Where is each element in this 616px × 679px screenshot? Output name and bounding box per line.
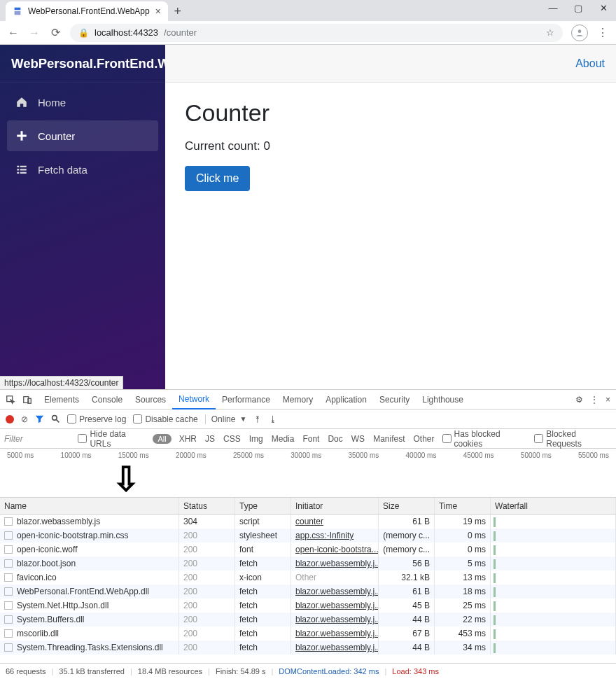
browser-tab[interactable]: WebPersonal.FrontEnd.WebApp × xyxy=(6,1,168,21)
devtools-close-icon[interactable]: × xyxy=(604,395,612,405)
throttling-select[interactable]: Online ▼ xyxy=(205,414,247,424)
cell-time: 25 ms xyxy=(435,598,491,612)
cell-type: fetch xyxy=(235,626,291,640)
filter-type-other[interactable]: Other xyxy=(412,434,437,444)
profile-avatar[interactable] xyxy=(571,24,588,41)
blocked-cookies-checkbox[interactable]: Has blocked cookies xyxy=(442,429,529,449)
reload-icon[interactable]: ⟳ xyxy=(49,26,62,39)
clear-icon[interactable]: ⊘ xyxy=(21,414,28,424)
filter-type-xhr[interactable]: XHR xyxy=(177,434,199,444)
cell-initiator[interactable]: blazor.webassembly.j... xyxy=(291,584,379,598)
download-har-icon[interactable]: ⭳ xyxy=(269,414,277,424)
search-icon[interactable] xyxy=(51,414,60,424)
cell-initiator[interactable]: blazor.webassembly.j... xyxy=(291,556,379,570)
click-me-button[interactable]: Click me xyxy=(185,166,250,191)
cell-initiator[interactable]: blazor.webassembly.j... xyxy=(291,612,379,626)
back-icon[interactable]: ← xyxy=(7,27,20,39)
inspect-icon[interactable] xyxy=(4,395,17,405)
devtools-tab-memory[interactable]: Memory xyxy=(276,390,319,410)
devtools-tab-lighthouse[interactable]: Lighthouse xyxy=(416,390,470,410)
column-header-waterfall[interactable]: Waterfall xyxy=(491,498,616,514)
column-header-time[interactable]: Time xyxy=(435,498,491,514)
device-icon[interactable] xyxy=(21,395,34,405)
cell-initiator[interactable]: blazor.webassembly.j... xyxy=(291,640,379,654)
network-row[interactable]: mscorlib.dll200fetchblazor.webassembly.j… xyxy=(0,626,616,640)
cell-initiator[interactable]: Other xyxy=(291,570,379,584)
devtools-tab-security[interactable]: Security xyxy=(373,390,416,410)
cell-initiator[interactable]: blazor.webassembly.j... xyxy=(291,598,379,612)
column-header-name[interactable]: Name xyxy=(0,498,179,514)
filter-type-js[interactable]: JS xyxy=(203,434,217,444)
devtools-tab-network[interactable]: Network xyxy=(172,390,216,410)
about-link[interactable]: About xyxy=(575,57,605,70)
tab-close-icon[interactable]: × xyxy=(155,6,161,17)
cell-name: System.Net.Http.Json.dll xyxy=(0,598,179,612)
filter-type-doc[interactable]: Doc xyxy=(326,434,344,444)
column-header-size[interactable]: Size xyxy=(379,498,435,514)
settings-gear-icon[interactable]: ⚙ xyxy=(574,395,584,405)
cell-waterfall xyxy=(491,626,616,640)
svg-point-2 xyxy=(578,29,582,33)
cell-size: 45 B xyxy=(379,598,435,612)
filter-type-manifest[interactable]: Manifest xyxy=(371,434,407,444)
record-icon[interactable] xyxy=(6,415,14,424)
cell-initiator[interactable]: open-iconic-bootstra... xyxy=(291,542,379,556)
filter-all-pill[interactable]: All xyxy=(153,434,171,444)
network-timeline[interactable]: 5000 ms10000 ms15000 ms20000 ms25000 ms3… xyxy=(0,449,616,498)
timeline-tick: 25000 ms xyxy=(233,451,264,459)
network-row[interactable]: System.Threading.Tasks.Extensions.dll200… xyxy=(0,640,616,654)
cell-type: fetch xyxy=(235,640,291,654)
devtools-tab-console[interactable]: Console xyxy=(85,390,129,410)
devtools-tab-sources[interactable]: Sources xyxy=(129,390,172,410)
sidebar-item-fetch-data[interactable]: Fetch data xyxy=(7,154,158,185)
blocked-cookies-label: Has blocked cookies xyxy=(454,429,529,449)
cell-initiator[interactable]: app.css:-Infinity xyxy=(291,528,379,542)
cell-initiator[interactable]: blazor.webassembly.j... xyxy=(291,626,379,640)
column-header-type[interactable]: Type xyxy=(235,498,291,514)
devtools-tab-application[interactable]: Application xyxy=(319,390,373,410)
network-row[interactable]: blazor.boot.json200fetchblazor.webassemb… xyxy=(0,556,616,570)
sidebar-item-home[interactable]: Home xyxy=(7,87,158,118)
upload-har-icon[interactable]: ⭱ xyxy=(253,414,262,424)
network-row[interactable]: System.Buffers.dll200fetchblazor.webasse… xyxy=(0,612,616,626)
column-header-initiator[interactable]: Initiator xyxy=(291,498,379,514)
network-row[interactable]: blazor.webassembly.js304scriptcounter61 … xyxy=(0,514,616,528)
cell-initiator[interactable]: counter xyxy=(291,514,379,528)
kebab-icon[interactable]: ⋮ xyxy=(589,395,600,405)
filter-type-media[interactable]: Media xyxy=(270,434,297,444)
column-header-status[interactable]: Status xyxy=(179,498,235,514)
devtools-tab-performance[interactable]: Performance xyxy=(216,390,276,410)
devtools-tab-elements[interactable]: Elements xyxy=(38,390,85,410)
hide-data-urls-checkbox[interactable]: Hide data URLs xyxy=(78,429,147,449)
bookmark-star-icon[interactable]: ☆ xyxy=(546,27,554,38)
plus-icon xyxy=(15,130,28,142)
network-row[interactable]: WebPersonal.FrontEnd.WebApp.dll200fetchb… xyxy=(0,584,616,598)
network-filter-row: Filter Hide data URLs All XHRJSCSSImgMed… xyxy=(0,429,616,449)
cell-type: fetch xyxy=(235,612,291,626)
more-icon[interactable]: ⋮ xyxy=(596,26,609,39)
close-icon[interactable]: ✕ xyxy=(596,3,610,13)
devtools: ElementsConsoleSourcesNetworkPerformance… xyxy=(0,389,616,679)
new-tab-button[interactable]: + xyxy=(168,1,188,21)
disable-cache-checkbox[interactable]: Disable cache xyxy=(133,414,197,424)
sidebar-item-counter[interactable]: Counter xyxy=(7,120,158,151)
network-row[interactable]: open-iconic-bootstrap.min.css200styleshe… xyxy=(0,528,616,542)
omnibox[interactable]: 🔒 localhost:44323/counter ☆ xyxy=(70,24,563,42)
filter-type-font[interactable]: Font xyxy=(300,434,321,444)
maximize-icon[interactable]: ▢ xyxy=(571,3,585,13)
sidebar-item-label: Counter xyxy=(38,130,75,142)
network-row[interactable]: favicon.ico200x-iconOther32.1 kB13 ms xyxy=(0,570,616,584)
cell-status: 200 xyxy=(179,612,235,626)
minimize-icon[interactable]: — xyxy=(546,3,560,13)
filter-type-css[interactable]: CSS xyxy=(221,434,243,444)
network-row[interactable]: open-iconic.woff200fontopen-iconic-boots… xyxy=(0,542,616,556)
content-area: About Counter Current count: 0 Click me xyxy=(165,45,616,389)
filter-input[interactable]: Filter xyxy=(4,434,72,444)
blocked-requests-checkbox[interactable]: Blocked Requests xyxy=(534,429,612,449)
network-row[interactable]: System.Net.Http.Json.dll200fetchblazor.w… xyxy=(0,598,616,612)
filter-type-img[interactable]: Img xyxy=(247,434,265,444)
filter-funnel-icon[interactable] xyxy=(35,414,44,424)
chevron-down-icon: ▼ xyxy=(239,415,246,423)
preserve-log-checkbox[interactable]: Preserve log xyxy=(67,414,126,424)
filter-type-ws[interactable]: WS xyxy=(349,434,367,444)
